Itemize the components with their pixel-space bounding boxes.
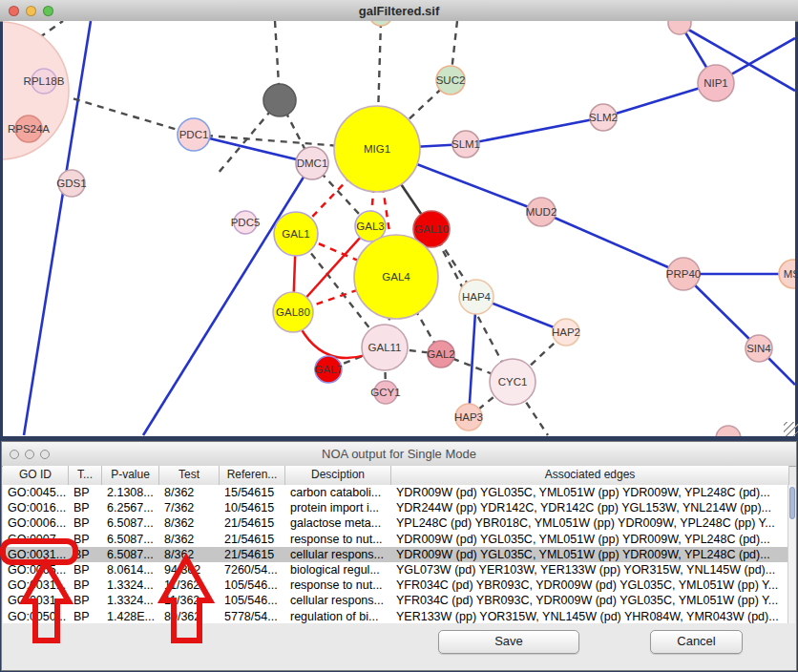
- table-cell: GO:0016...: [3, 500, 69, 515]
- table-cell: 8.0614...: [102, 562, 159, 578]
- table-cell: YPL248C (pd) YBR018C, YML051W (pp) YDR00…: [391, 515, 789, 531]
- table-cell: 8/362: [159, 532, 220, 547]
- node-SLM2[interactable]: [590, 104, 617, 131]
- table-cell: BP: [69, 562, 102, 578]
- node-GAL2[interactable]: [428, 341, 454, 368]
- column-header-p-value[interactable]: P-value: [102, 466, 159, 485]
- table-row[interactable]: GO:0006...BP6.5087...8/36221/54615galact…: [3, 515, 789, 531]
- node-GAL4[interactable]: [354, 235, 438, 319]
- table-cell: BP: [69, 500, 102, 515]
- table-cell: 5778/54...: [220, 609, 285, 624]
- table-cell: 6.5087...: [102, 532, 159, 547]
- table-cell: cellular respons...: [285, 593, 391, 608]
- node-HAP4[interactable]: [459, 280, 494, 314]
- node-DMC1[interactable]: [296, 147, 328, 179]
- network-canvas-area[interactable]: RPL18BRPS24AGDS1PDC1DMC1MIG1SUC2SLM1SLM2…: [3, 21, 795, 436]
- column-header-t-[interactable]: T...: [69, 466, 102, 485]
- node-PDC1[interactable]: [178, 118, 210, 151]
- table-cell: 15/54615: [220, 485, 285, 500]
- edge-blue[interactable]: [194, 135, 312, 163]
- node-MIG1[interactable]: [334, 106, 420, 192]
- table-cell: 8/362: [159, 547, 220, 562]
- table-cell: 21/54615: [220, 547, 285, 562]
- table-cell: YDR009W (pd) YGL035C, YML051W (pp) YDR00…: [391, 532, 789, 547]
- noa-window-titlebar[interactable]: NOA output for Single Mode: [2, 442, 796, 467]
- table-row[interactable]: GO:0031...BP1.3324...11/362105/546...res…: [3, 578, 789, 593]
- table-row[interactable]: GO:0045...BP2.1308...8/36215/54615carbon…: [3, 485, 789, 500]
- network-svg[interactable]: RPL18BRPS24AGDS1PDC1DMC1MIG1SUC2SLM1SLM2…: [3, 21, 795, 436]
- node-SUC2[interactable]: [436, 66, 465, 94]
- table-row[interactable]: GO:0065...BP8.0614...94/3627260/54...bio…: [3, 562, 789, 578]
- node-CYC1[interactable]: [490, 359, 536, 405]
- table-cell: 21/54615: [220, 532, 285, 547]
- save-button[interactable]: Save: [438, 630, 579, 654]
- node-topcut1[interactable]: [369, 21, 392, 26]
- table-cell: 8/362: [159, 485, 220, 500]
- node-topcut2[interactable]: [668, 21, 691, 34]
- table-cell: 105/546...: [220, 578, 285, 593]
- table-row[interactable]: GO:0007...BP6.5087...8/36221/54615respon…: [3, 532, 789, 547]
- node-PRP40[interactable]: [667, 258, 700, 290]
- node-GDS1[interactable]: [58, 170, 85, 197]
- table-cell: BP: [69, 532, 102, 547]
- table-row[interactable]: GO:0016...BP6.2567...7/36210/54615protei…: [3, 500, 789, 515]
- minimize-button[interactable]: [26, 6, 36, 16]
- node-GAL7[interactable]: [315, 356, 342, 383]
- table-row[interactable]: GO:0031...BP1.3324...11/362105/546...cel…: [3, 593, 789, 608]
- table-cell: 6.2567...: [102, 500, 159, 515]
- node-GAL80[interactable]: [273, 292, 313, 332]
- zoom-button-inactive[interactable]: [40, 450, 50, 459]
- table-cell: GO:0050...: [3, 609, 69, 624]
- node-botcut[interactable]: [716, 426, 741, 436]
- table-cell: GO:0006...: [3, 515, 69, 531]
- zoom-button[interactable]: [43, 6, 53, 16]
- table-cell: 1.3324...: [102, 593, 159, 608]
- node-GCY1[interactable]: [374, 381, 397, 404]
- resize-grip-icon[interactable]: [784, 422, 798, 436]
- column-header-test[interactable]: Test: [159, 466, 220, 485]
- node-HAP2[interactable]: [553, 319, 579, 346]
- table-cell: YDR244W (pp) YDR142C, YDR142C (pp) YGL15…: [391, 500, 789, 515]
- edge-blue[interactable]: [541, 212, 683, 274]
- column-header-associated-edges[interactable]: Associated edges: [391, 466, 789, 485]
- table-cell: BP: [69, 593, 102, 608]
- node-SLM1[interactable]: [452, 131, 479, 158]
- node-dark[interactable]: [263, 84, 296, 116]
- column-header-desciption[interactable]: Desciption: [285, 466, 391, 485]
- node-HAP3[interactable]: [455, 404, 482, 430]
- minimize-button-inactive[interactable]: [25, 450, 34, 459]
- table-body: GO:0045...BP2.1308...8/36215/54615carbon…: [3, 485, 789, 624]
- node-GAL11[interactable]: [362, 325, 408, 370]
- node-RPL18B[interactable]: [32, 69, 56, 94]
- noa-output-window: NOA output for Single Mode GO IDT...P-va…: [1, 441, 797, 671]
- scrollbar-thumb[interactable]: [789, 487, 795, 519]
- node-GAL1[interactable]: [274, 212, 318, 256]
- table-cell: 11/362: [159, 593, 220, 608]
- close-button-inactive[interactable]: [10, 450, 19, 459]
- table-row[interactable]: GO:0050...BP1.428E...80/3625778/54...reg…: [3, 609, 789, 624]
- node-NIP1[interactable]: [698, 65, 734, 101]
- table-cell: GO:0045...: [3, 485, 69, 500]
- column-header-referen-[interactable]: Referen...: [220, 466, 285, 485]
- network-window: galFiltered.sif RPL18BRPS24AGDS1PDC1DMC1…: [0, 0, 798, 436]
- node-SIN4[interactable]: [746, 335, 772, 362]
- table-cell: BP: [69, 578, 102, 593]
- edge-dash[interactable]: [50, 92, 194, 135]
- cancel-button[interactable]: Cancel: [650, 630, 743, 654]
- table-row[interactable]: GO:0031...BP6.5087...8/36221/54615cellul…: [3, 547, 789, 562]
- node-PDC5[interactable]: [234, 211, 257, 234]
- vertical-scrollbar[interactable]: [788, 485, 795, 624]
- close-button[interactable]: [9, 6, 19, 16]
- node-MUD2[interactable]: [527, 198, 556, 226]
- table-cell: 10/54615: [220, 500, 285, 515]
- node-RPS24A[interactable]: [15, 116, 42, 142]
- table-cell: 7260/54...: [220, 562, 285, 578]
- column-header-go-id[interactable]: GO ID: [3, 466, 69, 485]
- edge-blue[interactable]: [469, 297, 476, 417]
- edge-blue[interactable]: [466, 117, 603, 144]
- network-window-titlebar[interactable]: galFiltered.sif: [0, 0, 798, 22]
- noa-window-title: NOA output for Single Mode: [2, 447, 796, 461]
- table-cell: carbon cataboli...: [285, 485, 391, 500]
- table-cell: 1.3324...: [102, 578, 159, 593]
- node-MSI[interactable]: [779, 260, 795, 288]
